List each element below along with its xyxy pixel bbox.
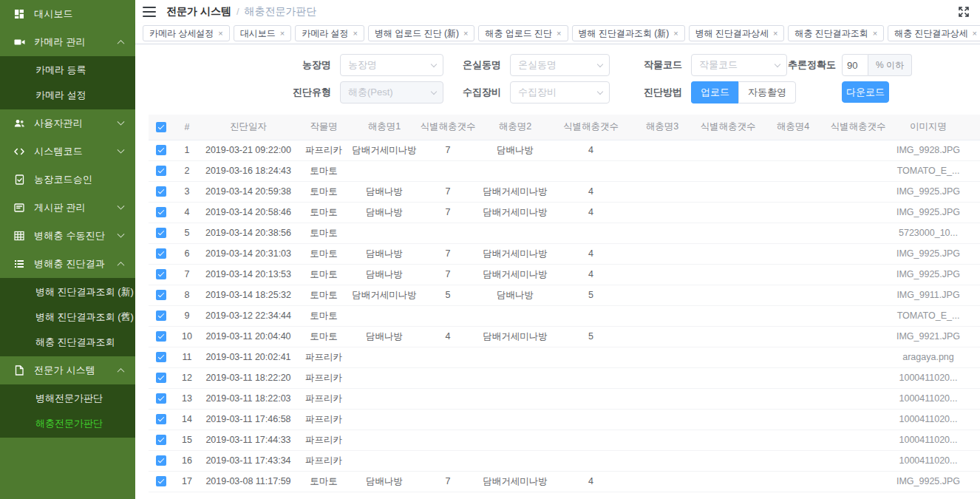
sidebar-subitem[interactable]: 병해 진단결과조회 (舊) — [0, 305, 135, 330]
cell-pest2 — [478, 430, 552, 450]
column-header-4: 식별해충갯수 — [418, 115, 478, 140]
tab-8[interactable]: 해충 진단결과조회× — [788, 25, 884, 41]
cell-crop: 토마토 — [296, 326, 351, 347]
row-checkbox[interactable] — [156, 352, 166, 362]
tab-close-icon[interactable]: × — [353, 29, 358, 38]
main-area: 전문가 시스템 / 해충전문가판단 카메라 상세설정×대시보드×카메라 설정×병… — [135, 0, 980, 499]
cell-count3 — [695, 471, 761, 492]
tab-close-icon[interactable]: × — [873, 29, 877, 38]
sidebar-subitem[interactable]: 카메라 등록 — [0, 58, 135, 83]
row-checkbox[interactable] — [156, 435, 166, 445]
row-checkbox[interactable] — [156, 186, 166, 197]
row-checkbox[interactable] — [156, 331, 166, 342]
cell-count3 — [695, 243, 761, 264]
tab-4[interactable]: 병해 업로드 진단 (新)× — [368, 25, 474, 41]
row-checkbox[interactable] — [156, 228, 166, 238]
row-checkbox[interactable] — [156, 310, 166, 321]
cell-image: IMG_9911.JPG — [891, 285, 965, 305]
row-checkbox[interactable] — [156, 455, 166, 466]
row-select-cell — [149, 347, 174, 367]
sidebar-subitem[interactable]: 해충전문가판단 — [0, 411, 135, 436]
row-checkbox[interactable] — [156, 248, 166, 259]
sidebar-subitem[interactable]: 병해 진단결과조회 (新) — [0, 279, 135, 305]
sidebar-item-4[interactable]: 시스템코드 — [0, 138, 135, 166]
select-all-checkbox[interactable] — [156, 122, 166, 132]
sidebar-subitem[interactable]: 해충 진단결과조회 — [0, 330, 135, 355]
cell-count4 — [825, 160, 891, 181]
row-checkbox[interactable] — [156, 393, 166, 404]
row-checkbox[interactable] — [156, 145, 166, 155]
row-checkbox[interactable] — [156, 290, 166, 300]
crop-code-select[interactable]: 작물코드 — [691, 54, 787, 76]
cell-pest4 — [761, 388, 825, 409]
cell-count1: 7 — [418, 243, 478, 264]
chevron-down-icon — [597, 61, 603, 67]
cell-count1 — [418, 305, 478, 326]
cell-pest2 — [478, 409, 552, 430]
cell-image: 1000411020... — [891, 409, 965, 430]
cell-no: 16 — [174, 450, 200, 471]
tab-close-icon[interactable]: × — [280, 29, 285, 38]
download-button[interactable]: 다운로드 — [842, 81, 889, 103]
fullscreen-icon[interactable] — [958, 6, 970, 18]
sidebar-item-2[interactable]: 카메라 관리 — [0, 28, 135, 56]
tab-close-icon[interactable]: × — [673, 29, 678, 38]
row-checkbox[interactable] — [156, 166, 166, 176]
cell-count2 — [552, 223, 630, 243]
tab-3[interactable]: 카메라 설정× — [295, 25, 364, 41]
accuracy-input[interactable] — [842, 54, 868, 76]
tab-close-icon[interactable]: × — [463, 29, 468, 38]
table-row: 42019-03-14 20:58:46토마토담배나방7담배거세미나방4IMG_… — [149, 202, 980, 223]
row-checkbox[interactable] — [156, 207, 166, 217]
sidebar-subitem[interactable]: 카메라 설정 — [0, 83, 135, 108]
cell-reg: 2019 — [965, 388, 980, 409]
cell-pest2: 담배나방 — [478, 285, 552, 305]
cell-image: TOMATO_E_... — [891, 305, 965, 326]
row-checkbox[interactable] — [156, 476, 166, 486]
breadcrumb-section[interactable]: 전문가 시스템 — [166, 5, 231, 18]
cell-reg: 2019 — [965, 160, 980, 181]
grid-icon — [13, 230, 25, 242]
diagnosis-type-select[interactable]: 해충(Pest) — [340, 81, 443, 103]
tab-close-icon[interactable]: × — [973, 29, 977, 38]
tab-close-icon[interactable]: × — [773, 29, 777, 38]
cell-pest3 — [630, 305, 695, 326]
tab-6[interactable]: 병해 진단결과조회 (新)× — [572, 25, 685, 41]
cell-pest3 — [630, 430, 695, 450]
farm-select[interactable]: 농장명 — [340, 54, 443, 76]
cell-crop: 토마토 — [296, 202, 351, 223]
cell-pest3 — [630, 450, 695, 471]
cell-count3 — [695, 160, 761, 181]
sidebar-item-3[interactable]: 사용자관리 — [0, 109, 135, 138]
tab-close-icon[interactable]: × — [557, 29, 561, 38]
row-checkbox[interactable] — [156, 414, 166, 424]
sidebar-item-5[interactable]: 농장코드승인 — [0, 166, 135, 194]
tab-2[interactable]: 대시보드× — [234, 25, 291, 41]
row-checkbox[interactable] — [156, 373, 166, 383]
sidebar-subitem[interactable]: 병해전문가판단 — [0, 386, 135, 411]
greenhouse-select[interactable]: 온실동명 — [510, 54, 610, 76]
dashboard-icon — [13, 8, 25, 20]
sidebar-item-6[interactable]: 게시판 관리 — [0, 194, 135, 222]
tab-9[interactable]: 해충 진단결과상세× — [888, 25, 980, 41]
tab-1[interactable]: 카메라 상세설정× — [143, 25, 230, 41]
cell-pest2: 담배나방 — [478, 140, 552, 160]
sidebar-item-9[interactable]: 전문가 시스템 — [0, 356, 135, 384]
hamburger-menu-icon[interactable] — [143, 7, 156, 17]
sidebar-item-7[interactable]: 병해충 수동진단 — [0, 222, 135, 250]
cell-pest4 — [761, 243, 825, 264]
sidebar-item-1[interactable]: 대시보드 — [0, 0, 135, 28]
cell-count4 — [825, 450, 891, 471]
method-autocapture-button[interactable]: 자동촬영 — [738, 81, 796, 103]
row-checkbox[interactable] — [156, 269, 166, 279]
cell-count4 — [825, 140, 891, 160]
cell-crop: 토마토 — [296, 264, 351, 285]
tab-close-icon[interactable]: × — [218, 29, 222, 38]
cell-no: 4 — [174, 202, 200, 223]
tab-7[interactable]: 병해 진단결과상세× — [689, 25, 785, 41]
tab-5[interactable]: 해충 업로드 진단× — [478, 25, 568, 41]
column-header-3: 해충명1 — [351, 115, 418, 140]
method-upload-button[interactable]: 업로드 — [691, 81, 738, 103]
device-select[interactable]: 수집장비 — [510, 81, 610, 103]
sidebar-item-8[interactable]: 병해충 진단결과 — [0, 250, 135, 278]
